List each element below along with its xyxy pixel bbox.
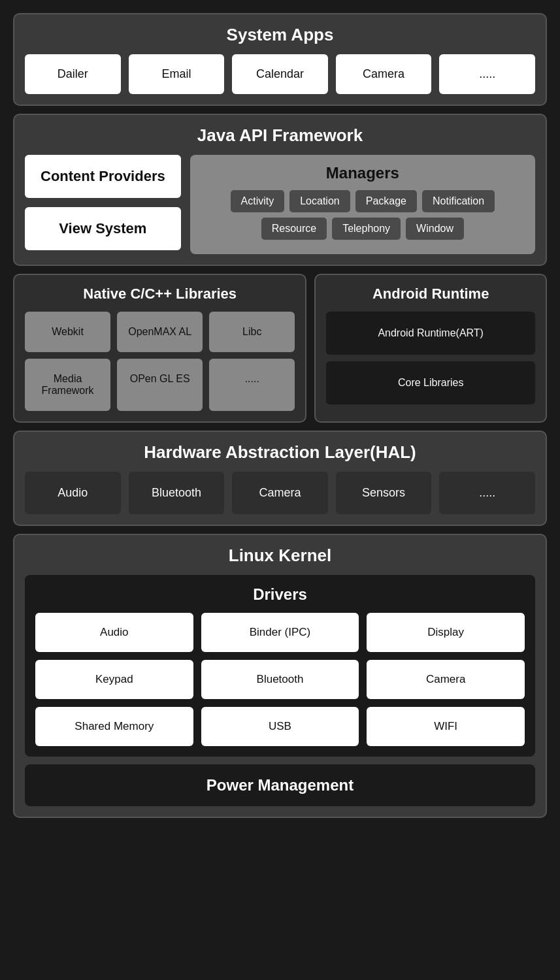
driver-wifi[interactable]: WIFI	[367, 707, 525, 746]
driver-camera[interactable]: Camera	[367, 660, 525, 699]
native-libs-title: Native C/C++ Libraries	[25, 286, 295, 302]
hal-sensors[interactable]: Sensors	[336, 472, 432, 514]
native-media[interactable]: Media Framework	[25, 359, 110, 411]
managers-title: Managers	[199, 164, 526, 182]
manager-activity[interactable]: Activity	[231, 190, 285, 212]
manager-location[interactable]: Location	[289, 190, 350, 212]
app-more[interactable]: .....	[439, 54, 535, 94]
manager-resource[interactable]: Resource	[261, 218, 327, 240]
driver-shared-memory[interactable]: Shared Memory	[35, 707, 193, 746]
system-apps-layer: System Apps Dailer Email Calendar Camera…	[13, 13, 547, 106]
managers-row-1: Activity Location Package Notification	[199, 190, 526, 212]
driver-bluetooth[interactable]: Bluetooth	[201, 660, 359, 699]
drivers-title: Drivers	[35, 585, 525, 604]
driver-usb[interactable]: USB	[201, 707, 359, 746]
power-management-box: Power Management	[25, 764, 535, 806]
java-api-title: Java API Framework	[25, 125, 535, 146]
hal-audio[interactable]: Audio	[25, 472, 121, 514]
linux-kernel-layer: Linux Kernel Drivers Audio Binder (IPC) …	[13, 534, 547, 818]
app-camera[interactable]: Camera	[336, 54, 432, 94]
apps-row: Dailer Email Calendar Camera .....	[25, 54, 535, 94]
manager-notification[interactable]: Notification	[422, 190, 495, 212]
hal-row: Audio Bluetooth Camera Sensors .....	[25, 472, 535, 514]
manager-window[interactable]: Window	[406, 218, 464, 240]
core-libraries[interactable]: Core Libraries	[326, 361, 535, 404]
driver-keypad[interactable]: Keypad	[35, 660, 193, 699]
native-libs-layer: Native C/C++ Libraries Webkit OpenMAX AL…	[13, 274, 306, 423]
native-more[interactable]: .....	[209, 359, 295, 411]
app-email[interactable]: Email	[129, 54, 225, 94]
app-dailer[interactable]: Dailer	[25, 54, 121, 94]
drivers-box: Drivers Audio Binder (IPC) Display Keypa…	[25, 575, 535, 757]
android-runtime-title: Android Runtime	[326, 286, 535, 302]
native-opengl[interactable]: OPen GL ES	[117, 359, 203, 411]
content-providers-box[interactable]: Content Providers	[25, 155, 181, 198]
managers-row-2: Resource Telephony Window	[199, 218, 526, 240]
java-left-panel: Content Providers View System	[25, 155, 181, 254]
managers-box: Managers Activity Location Package Notif…	[190, 155, 535, 254]
native-openmax[interactable]: OpenMAX AL	[117, 312, 203, 352]
native-webkit[interactable]: Webkit	[25, 312, 110, 352]
hal-more[interactable]: .....	[439, 472, 535, 514]
hal-camera[interactable]: Camera	[232, 472, 328, 514]
app-calendar[interactable]: Calendar	[232, 54, 328, 94]
system-apps-title: System Apps	[25, 25, 535, 45]
native-libc[interactable]: Libc	[209, 312, 295, 352]
hal-bluetooth[interactable]: Bluetooth	[129, 472, 225, 514]
java-api-layer: Java API Framework Content Providers Vie…	[13, 114, 547, 266]
manager-package[interactable]: Package	[355, 190, 417, 212]
hal-layer: Hardware Abstraction Layer(HAL) Audio Bl…	[13, 431, 547, 526]
manager-telephony[interactable]: Telephony	[332, 218, 401, 240]
driver-audio[interactable]: Audio	[35, 613, 193, 652]
view-system-box[interactable]: View System	[25, 207, 181, 250]
android-runtime-art[interactable]: Android Runtime(ART)	[326, 312, 535, 355]
driver-display[interactable]: Display	[367, 613, 525, 652]
driver-binder[interactable]: Binder (IPC)	[201, 613, 359, 652]
kernel-title: Linux Kernel	[25, 546, 535, 566]
android-runtime-layer: Android Runtime Android Runtime(ART) Cor…	[314, 274, 547, 423]
native-libs-grid: Webkit OpenMAX AL Libc Media Framework O…	[25, 312, 295, 411]
native-runtime-row: Native C/C++ Libraries Webkit OpenMAX AL…	[13, 274, 547, 423]
hal-title: Hardware Abstraction Layer(HAL)	[25, 442, 535, 463]
drivers-grid: Audio Binder (IPC) Display Keypad Blueto…	[35, 613, 525, 746]
runtime-grid: Android Runtime(ART) Core Libraries	[326, 312, 535, 404]
java-content: Content Providers View System Managers A…	[25, 155, 535, 254]
